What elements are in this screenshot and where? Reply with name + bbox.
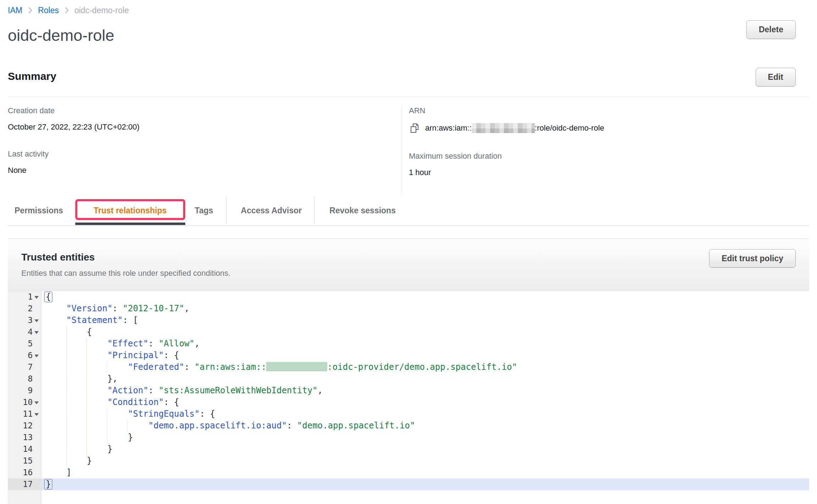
fold-arrow-icon[interactable]: [33, 396, 40, 408]
fold-arrow-icon[interactable]: [33, 291, 40, 303]
editor-gutter-cell: 10: [8, 396, 42, 408]
editor-code-line[interactable]: "Version": "2012-10-17",: [42, 303, 809, 314]
edit-button[interactable]: Edit: [756, 68, 796, 87]
tab-trust-relationships[interactable]: Trust relationships: [94, 206, 167, 215]
tab-revoke-sessions[interactable]: Revoke sessions: [329, 206, 396, 215]
indent-guide: [127, 420, 128, 432]
line-number: 17: [8, 478, 33, 490]
json-punctuation: :: [148, 385, 159, 395]
editor-gutter-cell: 7: [8, 361, 42, 373]
breadcrumb-link-iam[interactable]: IAM: [8, 6, 22, 15]
editor-line[interactable]: 16 ]: [8, 467, 809, 478]
editor-line[interactable]: 2 "Version": "2012-10-17",: [8, 303, 809, 314]
fold-arrow-slot: [33, 373, 40, 385]
json-punctuation: :: [113, 303, 123, 313]
json-punctuation: ,: [318, 385, 323, 395]
last-activity-label: Last activity: [8, 149, 401, 159]
cursor-brace: }: [44, 479, 53, 490]
json-punctuation: }: [46, 444, 113, 454]
line-number: 10: [8, 396, 33, 408]
editor-line[interactable]: 9 "Action": "sts:AssumeRoleWithWebIdenti…: [8, 385, 809, 396]
editor-code-line[interactable]: "Statement": [: [42, 314, 809, 326]
editor-code-line[interactable]: "StringEquals": {: [42, 408, 809, 420]
editor-line[interactable]: 17}: [8, 478, 809, 490]
fold-arrow-slot: [33, 385, 40, 396]
indent-guide: [87, 396, 87, 408]
delete-button[interactable]: Delete: [746, 20, 796, 39]
editor-code-line[interactable]: }: [42, 478, 809, 490]
indent-guide: [87, 385, 87, 396]
editor-line[interactable]: 3 "Statement": [: [8, 314, 809, 326]
json-punctuation: },: [46, 374, 117, 384]
tab-access-advisor[interactable]: Access Advisor: [241, 206, 302, 215]
indent-guide: [87, 350, 87, 361]
editor-code-line[interactable]: {: [42, 291, 809, 303]
line-number: 8: [8, 373, 33, 385]
breadcrumb-link-roles[interactable]: Roles: [38, 6, 59, 15]
line-number: 16: [8, 467, 33, 478]
json-punctuation: [46, 397, 107, 407]
editor-line[interactable]: 12 "demo.app.spacelift.io:aud": "demo.ap…: [8, 420, 809, 432]
cursor-brace: {: [44, 291, 53, 302]
json-punctuation: ,: [184, 303, 189, 313]
field-creation-date: Creation date October 27, 2022, 22:23 (U…: [8, 106, 401, 132]
fold-arrow-slot: [33, 361, 40, 373]
trust-policy-editor[interactable]: 1{2 "Version": "2012-10-17",3 "Statement…: [8, 291, 809, 504]
editor-code-line[interactable]: "Federated": "arn:aws:iam:::oidc-provide…: [42, 361, 809, 373]
arn-label: ARN: [409, 106, 809, 115]
indent-guide: [66, 361, 67, 373]
fold-arrow-icon[interactable]: [33, 326, 40, 338]
edit-trust-policy-button[interactable]: Edit trust policy: [709, 249, 796, 268]
editor-code-line[interactable]: "Condition": {: [42, 396, 809, 408]
editor-line[interactable]: 10 "Condition": {: [8, 396, 809, 408]
editor-code-line[interactable]: "Action": "sts:AssumeRoleWithWebIdentity…: [42, 385, 809, 396]
trusted-entities-subtitle: Entities that can assume this role under…: [21, 269, 796, 278]
fold-arrow-icon[interactable]: [33, 350, 40, 361]
editor-line[interactable]: 13 }: [8, 432, 809, 443]
line-number: 5: [8, 338, 33, 350]
editor-code-line[interactable]: "Principal": {: [42, 350, 809, 361]
editor-gutter-cell: 1: [8, 291, 42, 303]
json-punctuation: :: [184, 362, 194, 372]
redacted-account-id-block: [472, 123, 535, 133]
editor-line[interactable]: 8 },: [8, 373, 809, 385]
tab-permissions[interactable]: Permissions: [15, 206, 63, 215]
editor-code-line[interactable]: }: [42, 455, 809, 467]
field-arn: ARN arn:aws:iam:::role/oidc-demo-role: [409, 106, 809, 134]
line-number: 3: [8, 314, 33, 326]
editor-code-line: [42, 490, 809, 504]
fold-arrow-icon[interactable]: [33, 408, 40, 420]
trusted-entities-header: Trusted entities Entities that can assum…: [8, 239, 809, 291]
line-number: 12: [8, 420, 33, 432]
breadcrumb-current: oidc-demo-role: [75, 6, 129, 15]
editor-line[interactable]: 5 "Effect": "Allow",: [8, 338, 809, 350]
redacted-account-id-block: [266, 362, 327, 371]
line-number: 14: [8, 443, 33, 455]
tab-tags[interactable]: Tags: [195, 206, 213, 215]
editor-code-line[interactable]: {: [42, 326, 809, 338]
editor-code-line[interactable]: }: [42, 443, 809, 455]
editor-line[interactable]: 14 }: [8, 443, 809, 455]
editor-code-line[interactable]: "Effect": "Allow",: [42, 338, 809, 350]
editor-line[interactable]: 1{: [8, 291, 809, 303]
editor-code-line[interactable]: "demo.app.spacelift.io:aud": "demo.app.s…: [42, 420, 809, 432]
indent-guide: [66, 443, 67, 455]
editor-code-line[interactable]: ]: [42, 467, 809, 478]
iam-role-detail-page: IAM Roles oidc-demo-role oidc-demo-role …: [0, 0, 817, 504]
editor-line[interactable]: 4 {: [8, 326, 809, 338]
editor-line[interactable]: 6 "Principal": {: [8, 350, 809, 361]
editor-line[interactable]: 11 "StringEquals": {: [8, 408, 809, 420]
json-punctuation: ]: [46, 467, 71, 477]
summary-column-right: ARN arn:aws:iam:::role/oidc-demo-role: [401, 106, 809, 196]
editor-code-line[interactable]: },: [42, 373, 809, 385]
fold-arrow-slot: [33, 443, 40, 455]
editor-code-line[interactable]: }: [42, 432, 809, 443]
json-string-value: "2012-10-17": [123, 303, 184, 313]
copy-icon[interactable]: [409, 122, 420, 134]
editor-line[interactable]: 7 "Federated": "arn:aws:iam:::oidc-provi…: [8, 361, 809, 373]
indent-guide: [66, 385, 67, 396]
editor-line[interactable]: 15 }: [8, 455, 809, 467]
json-string-value: "arn:aws:iam::: [194, 362, 266, 372]
tab-trust-relationships-label: Trust relationships: [94, 206, 167, 215]
fold-arrow-icon[interactable]: [33, 314, 40, 326]
